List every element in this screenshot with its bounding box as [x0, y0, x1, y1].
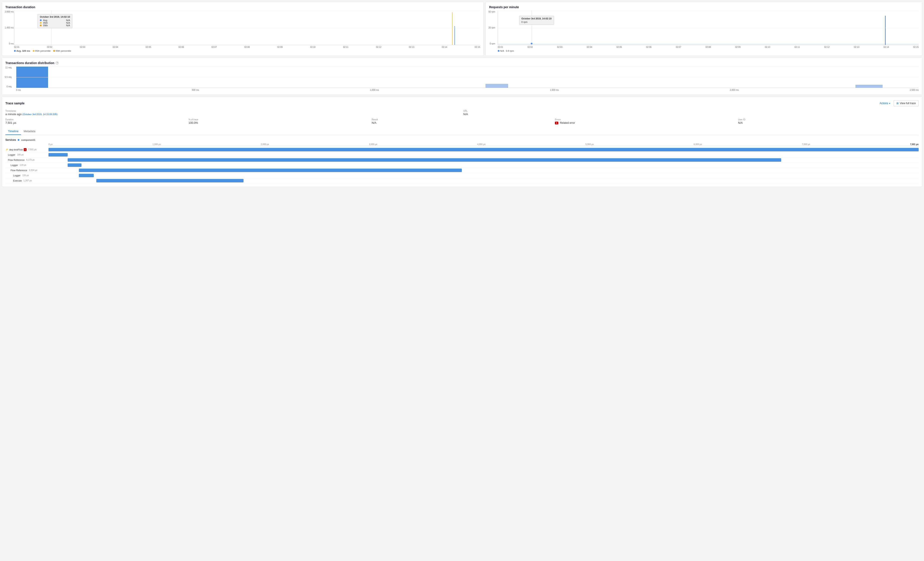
rpm-legend-item: N/A 0.9 rpm: [498, 50, 514, 52]
result-field: Result N/A: [372, 118, 552, 125]
tbar-flowref-1: [68, 158, 781, 162]
percent-trace-value: 100.0%: [189, 121, 369, 125]
span-duration-execute: 1,267 μs: [24, 179, 32, 182]
tbar-execute: [96, 179, 243, 182]
td-tooltip-99th: 99th N/A: [40, 24, 70, 27]
span-name-execute: Execute: [13, 179, 22, 182]
dist-y-axis: 11 req. 5.5 req. 0 req.: [5, 66, 12, 88]
trace-sample-card: Trace sample Actions ▾ ⊞ View full trace…: [2, 96, 922, 187]
rpm-legend: N/A 0.9 rpm: [498, 50, 919, 52]
requests-per-minute-card: Requests per minute 50 rpm 25 rpm 0 rpm …: [486, 2, 922, 56]
trace-meta-row-2: Duration 7,501 μs % of trace 100.0% Resu…: [5, 118, 919, 125]
services-label: Services: [5, 138, 16, 141]
span-duration-logger-2: 119 μs: [20, 164, 26, 166]
span-name-logger-3: Logger: [13, 174, 21, 177]
td-legend: Avg. 329 ms 95th percentile 99th percent…: [14, 50, 480, 52]
result-value: N/A: [372, 121, 552, 125]
rpm-baseline: [498, 44, 919, 44]
link-icon: ⚡: [5, 148, 8, 151]
span-row-logger-2: Logger 119 μs: [5, 162, 919, 168]
distribution-info-icon[interactable]: ?: [56, 62, 58, 65]
userid-field: User ID N/A: [738, 118, 919, 125]
rpm-chart-area: 50 rpm 25 rpm 0 rpm October 3rd 2019, 14…: [498, 11, 919, 45]
distribution-title: Transactions duration distribution ?: [5, 61, 919, 65]
span-duration-logger-3: 126 μs: [22, 174, 28, 177]
duration-value: 7,501 μs: [5, 121, 186, 125]
url-value: N/A: [463, 113, 919, 116]
span-row-dep-testflow: ⚡ dep-testFlow 1 7,501 μs: [5, 147, 919, 152]
rpm-y-mid: 25 rpm: [489, 27, 495, 29]
td-tooltip: October 3rd 2019, 14:02:10 Avg. N/A 95th…: [38, 14, 72, 28]
percent-trace-field: % of trace 100.0%: [189, 118, 369, 125]
rpm-tooltip-value: 0 rpm: [522, 21, 552, 23]
distribution-card: Transactions duration distribution ? 11 …: [2, 57, 922, 95]
dist-x-axis: 0 ms 500 ms 1,000 ms 1,500 ms 2,000 ms 2…: [16, 89, 919, 91]
tbar-dep-testflow: [48, 148, 919, 151]
view-full-trace-button[interactable]: ⊞ View full trace: [894, 100, 919, 106]
span-name-flowref-1: Flow Reference: [8, 159, 25, 161]
distribution-chart-area: 11 req. 5.5 req. 0 req.: [16, 66, 919, 88]
trace-header: Trace sample Actions ▾ ⊞ View full trace: [5, 100, 919, 106]
rpm-spike: [885, 16, 886, 45]
rpm-y-bot: 0 rpm: [490, 42, 495, 45]
tab-timeline[interactable]: Timeline: [5, 128, 21, 135]
span-name-flowref-2: Flow Reference: [10, 169, 27, 171]
tab-metadata[interactable]: Metadata: [21, 128, 38, 135]
td-tooltip-title: October 3rd 2019, 14:02:10: [40, 15, 70, 18]
span-duration-flowref-2: 3,314 μs: [29, 169, 37, 171]
userid-value: N/A: [738, 121, 919, 125]
component1-dot: [18, 139, 20, 141]
td-legend-avg: Avg. 329 ms: [14, 50, 30, 52]
span-row-logger-3: Logger 126 μs: [5, 173, 919, 178]
span-name-logger-2: Logger: [10, 164, 18, 167]
span-error-badge[interactable]: 1: [24, 148, 27, 151]
rpm-tooltip: October 3rd 2019, 14:02:10 0 rpm: [519, 16, 554, 25]
ruler: 0 μs 1,000 μs 2,000 μs 3,000 μs 4,000 μs…: [48, 143, 919, 146]
td-99-dot: [40, 24, 42, 26]
span-duration-dep-testflow: 7,501 μs: [28, 148, 37, 151]
td-y-top: 2,800 ms: [5, 11, 14, 13]
timestamp-field: Timestamp a minute ago (October 3rd 2019…: [5, 110, 461, 116]
url-field: URL N/A: [463, 110, 919, 116]
errors-field: Errors 1 Related error: [555, 118, 735, 125]
td-y-axis: 2,800 ms 1,400 ms 0 ms: [5, 11, 14, 45]
span-row-logger-1: Logger 166 μs: [5, 152, 919, 157]
td-spike-yellow: [452, 12, 453, 45]
tbar-logger-1: [48, 153, 68, 156]
td-legend-99th: 99th percentile: [53, 50, 71, 52]
trace-actions-area: Actions ▾ ⊞ View full trace: [878, 100, 919, 106]
transaction-duration-card: Transaction duration 2,800 ms 1,400 ms 0…: [2, 2, 484, 56]
span-duration-logger-1: 166 μs: [17, 153, 24, 156]
transaction-duration-chart-area: 2,800 ms 1,400 ms 0 ms October 3rd 2019,…: [14, 11, 480, 45]
td-legend-95th: 95th percentile: [33, 50, 51, 52]
td-tooltip-95th: 95th N/A: [40, 21, 70, 24]
td-y-bot: 0 ms: [9, 42, 14, 45]
trace-sample-title: Trace sample: [5, 102, 25, 105]
services-header: Services component1: [5, 138, 919, 141]
transaction-duration-title: Transaction duration: [5, 5, 480, 9]
chevron-down-icon: ▾: [889, 102, 890, 105]
tbar-logger-2: [68, 164, 82, 167]
rpm-x-axis: 02:01 02:02 02:03 02:04 02:05 02:06 02:0…: [498, 46, 919, 48]
timeline-section: Services component1 0 μs 1,000 μs 2,000 …: [5, 138, 919, 183]
error-badge[interactable]: 1: [555, 122, 558, 125]
rpm-grid-top: [498, 11, 919, 11]
td-avg-dot: [40, 20, 42, 21]
td-y-mid: 1,400 ms: [5, 27, 14, 29]
top-charts-row: Transaction duration 2,800 ms 1,400 ms 0…: [2, 2, 922, 56]
actions-button[interactable]: Actions ▾: [878, 101, 892, 106]
rpm-grid-mid: [498, 28, 919, 28]
external-link-icon: ⊞: [896, 102, 898, 105]
rpm-tooltip-title: October 3rd 2019, 14:02:10: [522, 17, 552, 20]
timestamp-relative: a minute ago: [5, 113, 21, 116]
span-row-execute: Execute 1,267 μs: [5, 178, 919, 183]
timestamp-absolute: (October 3rd 2019, 14:15:06.505): [22, 113, 57, 116]
span-row-flowref-1: Flow Reference 6,173 μs: [5, 157, 919, 162]
td-spike-blue: [454, 26, 455, 45]
span-name-dep-testflow: dep-testFlow: [9, 148, 23, 151]
dist-bar-2500: [855, 85, 883, 88]
error-text: Related error: [560, 121, 575, 125]
rpm-y-top: 50 rpm: [489, 11, 495, 13]
td-gridline-mid: [14, 28, 480, 28]
tbar-logger-3: [79, 174, 94, 177]
